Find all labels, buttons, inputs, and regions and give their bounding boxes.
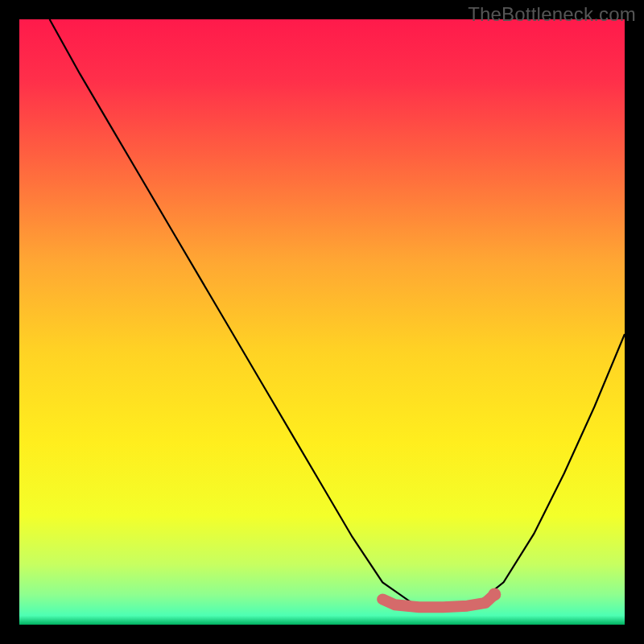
bottleneck-chart: TheBottleneck.com [0, 0, 644, 644]
bottleneck-curve [50, 19, 625, 609]
optimal-end-marker [488, 588, 501, 601]
watermark-text: TheBottleneck.com [468, 3, 636, 26]
curve-layer [19, 19, 625, 625]
plot-area [19, 19, 625, 625]
optimal-range-band [382, 594, 494, 607]
